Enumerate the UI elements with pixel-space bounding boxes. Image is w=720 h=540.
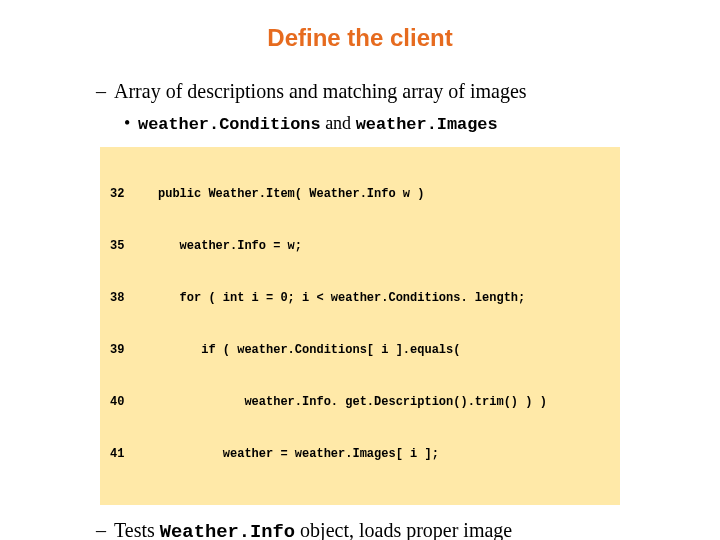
code-span: weather.Conditions [138, 115, 321, 134]
bullet-level1-1: –Array of descriptions and matching arra… [96, 78, 680, 105]
code-block: 32public Weather.Item( Weather.Info w ) … [100, 147, 620, 505]
bullet-list: –Array of descriptions and matching arra… [96, 78, 680, 137]
line-number: 38 [110, 290, 158, 307]
bullet-dot-icon: • [124, 111, 138, 135]
line-number: 40 [110, 394, 158, 411]
line-number: 32 [110, 186, 158, 203]
bullet-text: and [321, 113, 356, 133]
code-line: 40 weather.Info. get.Description().trim(… [110, 394, 610, 411]
code-span: Weather.Info [160, 521, 295, 540]
code-text: for ( int i = 0; i < weather.Conditions.… [158, 290, 525, 307]
slide-title: Define the client [40, 24, 680, 52]
line-number: 35 [110, 238, 158, 255]
code-line: 39 if ( weather.Conditions[ i ].equals( [110, 342, 610, 359]
bullet-list: –Tests Weather.Info object, loads proper… [96, 517, 680, 540]
line-number: 41 [110, 446, 158, 463]
bullet-text: Tests [114, 519, 160, 540]
code-span: weather.Images [356, 115, 498, 134]
bullet-level1-2: –Tests Weather.Info object, loads proper… [96, 517, 680, 540]
code-line: 41 weather = weather.Images[ i ]; [110, 446, 610, 463]
slide: Define the client –Array of descriptions… [0, 0, 720, 540]
bullet-text: object, loads proper image [295, 519, 512, 540]
code-text: if ( weather.Conditions[ i ].equals( [158, 342, 460, 359]
dash-icon: – [96, 78, 114, 105]
code-text: weather.Info = w; [158, 238, 302, 255]
code-line: 32public Weather.Item( Weather.Info w ) [110, 186, 610, 203]
code-line: 38 for ( int i = 0; i < weather.Conditio… [110, 290, 610, 307]
code-text: public Weather.Item( Weather.Info w ) [158, 186, 424, 203]
code-text: weather.Info. get.Description().trim() )… [158, 394, 547, 411]
dash-icon: – [96, 517, 114, 540]
code-text: weather = weather.Images[ i ]; [158, 446, 439, 463]
code-line: 35 weather.Info = w; [110, 238, 610, 255]
bullet-level2-1: •weather.Conditions and weather.Images [124, 111, 680, 137]
bullet-text: Array of descriptions and matching array… [114, 80, 527, 102]
line-number: 39 [110, 342, 158, 359]
